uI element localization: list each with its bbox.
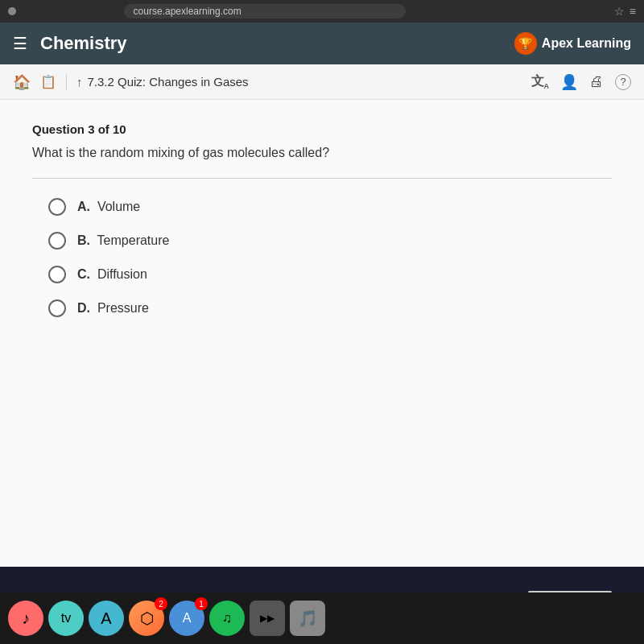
option-c-label: C. Diffusion [77, 267, 147, 282]
upload-arrow-icon: ↑ [76, 75, 83, 89]
menu-icon[interactable]: ≡ [630, 5, 636, 18]
hamburger-icon[interactable]: ☰ [13, 34, 27, 53]
nav-divider [66, 74, 67, 90]
main-content: Question 3 of 10 What is the random mixi… [0, 100, 644, 567]
taskbar-music-icon[interactable]: ♪ [8, 601, 43, 636]
home-icon[interactable]: 🏠 [13, 73, 31, 91]
app4-badge: 1 [195, 597, 208, 610]
option-d-label: D. Pressure [77, 301, 149, 316]
taskbar-spotify-icon[interactable]: ♫ [209, 601, 245, 636]
help-icon[interactable]: ? [615, 74, 631, 90]
option-a-label: A. Volume [77, 200, 140, 214]
browser-icons: ☆ ≡ [614, 5, 636, 18]
taskbar-app3-badge-container: ⬡ 2 [129, 601, 164, 636]
radio-b[interactable] [48, 232, 66, 250]
app-title: Chemistry [40, 33, 514, 54]
nav-bar: 🏠 📋 ↑ 7.3.2 Quiz: Changes in Gases 文A 👤 … [0, 64, 644, 100]
apex-logo: 🏆 Apex Learning [514, 32, 631, 55]
taskbar: ♪ tv A ⬡ 2 A 1 ♫ ▶▶ 🎵 [0, 592, 644, 644]
option-a[interactable]: A. Volume [48, 198, 612, 216]
browser-bar: course.apexlearning.com ☆ ≡ [0, 0, 644, 23]
translate-icon[interactable]: 文A [531, 73, 550, 90]
book-icon[interactable]: 📋 [40, 74, 56, 89]
option-d[interactable]: D. Pressure [48, 299, 612, 317]
radio-c[interactable] [48, 266, 66, 283]
quiz-title-text: 7.3.2 Quiz: Changes in Gases [88, 75, 249, 89]
radio-a[interactable] [48, 198, 66, 216]
taskbar-app7-icon[interactable]: 🎵 [290, 601, 325, 636]
taskbar-app1-icon[interactable]: A [89, 601, 124, 636]
option-c[interactable]: C. Diffusion [48, 266, 612, 283]
taskbar-tv-icon[interactable]: tv [48, 601, 84, 636]
question-text: What is the random mixing of gas molecul… [32, 144, 612, 162]
browser-url[interactable]: course.apexlearning.com [124, 4, 406, 19]
star-icon[interactable]: ☆ [614, 5, 625, 18]
option-b[interactable]: B. Temperature [48, 232, 612, 250]
app3-badge: 2 [155, 597, 167, 610]
browser-dot-1 [8, 7, 16, 15]
app-header: ☰ Chemistry 🏆 Apex Learning [0, 23, 644, 64]
answer-options: A. Volume B. Temperature C. Diffusion D.… [32, 198, 612, 317]
question-number: Question 3 of 10 [32, 122, 612, 136]
apex-logo-icon: 🏆 [514, 32, 537, 55]
radio-d[interactable] [48, 299, 66, 317]
question-divider [32, 178, 612, 179]
person-icon[interactable]: 👤 [560, 73, 578, 91]
print-icon[interactable]: 🖨 [589, 73, 604, 90]
nav-right-icons: 文A 👤 🖨 ? [531, 73, 632, 91]
option-b-label: B. Temperature [77, 233, 169, 248]
taskbar-app4-badge-container: A 1 [169, 601, 204, 636]
quiz-title-area: ↑ 7.3.2 Quiz: Changes in Gases [76, 75, 522, 89]
apex-label: Apex Learning [542, 36, 631, 51]
taskbar-app6-icon[interactable]: ▶▶ [250, 601, 285, 636]
